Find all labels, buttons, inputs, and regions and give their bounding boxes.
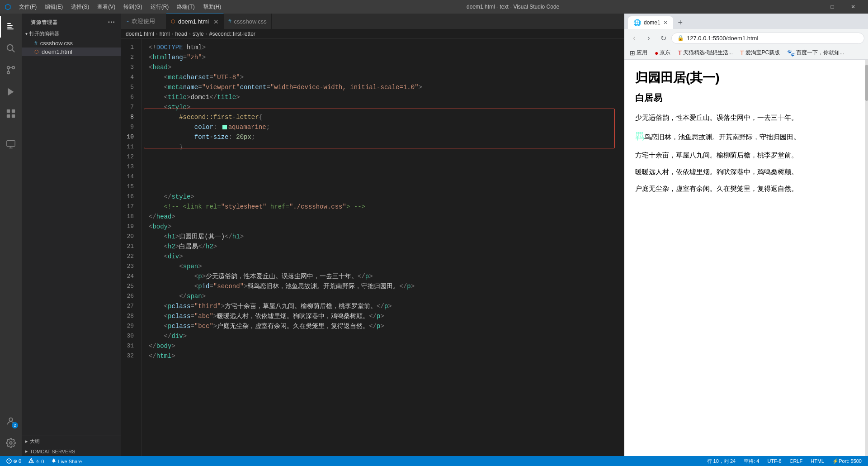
bookmark-apps[interactable]: ⊞ 应用 (628, 48, 649, 57)
tomcat-label: TOMCAT SERVERS (30, 449, 75, 454)
line-num-27: 27 (121, 301, 137, 311)
menu-terminal[interactable]: 终端(T) (173, 2, 198, 12)
breadcrumb-item-4[interactable]: #second::first-letter (209, 31, 255, 37)
line-num-21: 21 (121, 242, 137, 252)
port-status[interactable]: ⚡Port: 5500 (830, 458, 863, 464)
line-num-12: 12 (121, 152, 137, 162)
line-num-14: 14 (121, 172, 137, 182)
minimize-button[interactable]: ─ (801, 0, 822, 14)
tabs-bar: ~ 欢迎使用 ⬡ doem1.html ✕ # cssshow.css (121, 14, 624, 29)
warnings-status[interactable]: ⚠ 0 (27, 458, 46, 465)
accounts-activity-icon[interactable]: 2 (0, 410, 22, 432)
code-line-2: <html lang="zh"> (149, 52, 624, 62)
code-line-14 (149, 172, 624, 182)
bookmark-baidu-label: 百度一下，你就知... (796, 49, 844, 57)
code-line-6: <title>dome1</title> (149, 92, 624, 102)
code-line-3: <head> (149, 62, 624, 72)
menu-run[interactable]: 运行(R) (147, 2, 173, 12)
menu-view[interactable]: 查看(V) (94, 2, 119, 12)
status-bar: ⊗ 0 ⚠ 0 Live Share 行 10，列 24 空格: 4 UTF-8… (0, 456, 868, 466)
language-status[interactable]: HTML (809, 458, 826, 464)
code-content[interactable]: <!DOCTYPE html> <html lang="zh"> <head> … (142, 39, 624, 456)
bookmark-jd[interactable]: ● 京东 (653, 48, 672, 57)
tab-cssshow[interactable]: # cssshow.css (224, 14, 272, 29)
tab-doem1[interactable]: ⬡ doem1.html ✕ (166, 14, 224, 29)
line-num-13: 13 (121, 162, 137, 172)
code-line-26: </span> (149, 291, 624, 301)
breadcrumb-item-0[interactable]: doem1.html (126, 31, 154, 37)
address-box[interactable]: 🔒 127.0.0.1:5500/doem1.html (671, 33, 864, 44)
sidebar-item-doem1[interactable]: ⬡ doem1.html (22, 48, 121, 56)
search-activity-icon[interactable] (0, 38, 22, 59)
browser-tab-close[interactable]: ✕ (663, 19, 668, 26)
menu-help[interactable]: 帮助(H) (199, 2, 225, 12)
line-col-status[interactable]: 行 10，列 24 (705, 458, 738, 465)
settings-activity-icon[interactable] (0, 432, 22, 454)
menu-select[interactable]: 选择(S) (67, 2, 93, 12)
menu-goto[interactable]: 转到(G) (120, 2, 146, 12)
breadcrumb-item-3[interactable]: style (193, 31, 204, 37)
errors-status[interactable]: ⊗ 0 (5, 458, 23, 464)
breadcrumb-sep-1: › (171, 31, 173, 37)
browser-content: 归园田居(其一) 白居易 少无适俗韵，性本爱丘山。误落尘网中，一去三十年。 羁鸟… (624, 60, 865, 456)
breadcrumb-item-2[interactable]: head (175, 31, 187, 37)
window-controls: ─ □ ✕ (801, 0, 863, 14)
open-editors-section[interactable]: ▾ 打开的编辑器 (22, 29, 121, 39)
bookmark-baidu[interactable]: 🐾 百度一下，你就知... (785, 48, 846, 57)
extensions-activity-icon[interactable] (0, 103, 22, 124)
maximize-button[interactable]: □ (822, 0, 843, 14)
remote-explorer-activity-icon[interactable] (0, 133, 22, 155)
browser-scrollbar[interactable] (865, 60, 868, 456)
code-line-22: <div> (149, 252, 624, 262)
sidebar-menu-button[interactable]: ··· (108, 18, 115, 26)
html-tab-icon: ⬡ (171, 19, 175, 24)
debug-activity-icon[interactable] (0, 81, 22, 103)
svg-rect-0 (7, 23, 11, 24)
outline-arrow: ▸ (25, 438, 28, 444)
reload-button[interactable]: ↻ (657, 32, 670, 44)
editor-area: ~ 欢迎使用 ⬡ doem1.html ✕ # cssshow.css doem… (121, 14, 624, 456)
lock-icon: 🔒 (677, 35, 684, 41)
bookmark-tmall[interactable]: T 天猫精选-理想生活... (676, 48, 735, 57)
css-file-icon: # (34, 40, 38, 47)
close-button[interactable]: ✕ (843, 0, 863, 14)
tab-welcome[interactable]: ~ 欢迎使用 (121, 14, 166, 29)
jd-bookmark-icon: ● (655, 49, 658, 57)
svg-point-23 (9, 462, 9, 463)
tab-doem1-close[interactable]: ✕ (213, 18, 219, 25)
sidebar-file-name-html: doem1.html (42, 48, 72, 55)
spaces-status[interactable]: 空格: 4 (742, 458, 761, 465)
bookmark-taobao-label: 爱淘宝PC新版 (745, 49, 780, 57)
back-button[interactable]: ‹ (628, 32, 641, 44)
explorer-activity-icon[interactable] (0, 16, 22, 38)
sidebar-item-cssshow[interactable]: # cssshow.css (22, 39, 121, 48)
scrollbar-thumb[interactable] (865, 65, 868, 101)
line-num-32: 32 (121, 351, 137, 361)
line-num-28: 28 (121, 311, 137, 321)
forward-button[interactable]: › (642, 32, 655, 44)
breadcrumb-item-1[interactable]: html (160, 31, 170, 37)
tmall-bookmark-icon: T (678, 49, 682, 57)
new-tab-button[interactable]: + (674, 16, 687, 29)
source-control-activity-icon[interactable] (0, 59, 22, 81)
svg-point-20 (9, 442, 12, 444)
main-container: 2 资源管理器 ··· ▾ 打开的编辑器 # cssshow.css ⬡ doe… (0, 14, 868, 456)
line-ending-status[interactable]: CRLF (788, 458, 805, 464)
tomcat-section[interactable]: ▸ TOMCAT SERVERS (22, 447, 121, 456)
line-num-15: 15 (121, 182, 137, 192)
bookmark-taobao[interactable]: T 爱淘宝PC新版 (738, 48, 782, 57)
encoding-status[interactable]: UTF-8 (765, 458, 783, 464)
poem-p4: 暖暖远人村，依依墟里烟。狗吠深巷中，鸡鸣桑树颠。 (635, 166, 854, 178)
menu-edit[interactable]: 编辑(E) (41, 2, 66, 12)
code-line-12 (149, 152, 624, 162)
code-line-28: <p class="abc">暖暖远人村，依依墟里烟。狗吠深巷中，鸡鸣桑树颠。<… (149, 311, 624, 321)
code-editor[interactable]: 1 2 3 4 5 6 7 8 9 10 11 12 13 14 15 16 1… (121, 39, 624, 456)
menu-file[interactable]: 文件(F) (15, 2, 40, 12)
browser-active-tab[interactable]: 🌐 dome1 ✕ (628, 16, 673, 29)
bookmark-tmall-label: 天猫精选-理想生活... (683, 49, 733, 57)
svg-point-6 (7, 67, 10, 69)
outline-section[interactable]: ▸ 大纲 (22, 436, 121, 447)
line-num-1: 1 (121, 43, 137, 52)
code-line-4: <meta charset="UTF-8"> (149, 72, 624, 82)
live-share-status[interactable]: Live Share (49, 458, 84, 464)
